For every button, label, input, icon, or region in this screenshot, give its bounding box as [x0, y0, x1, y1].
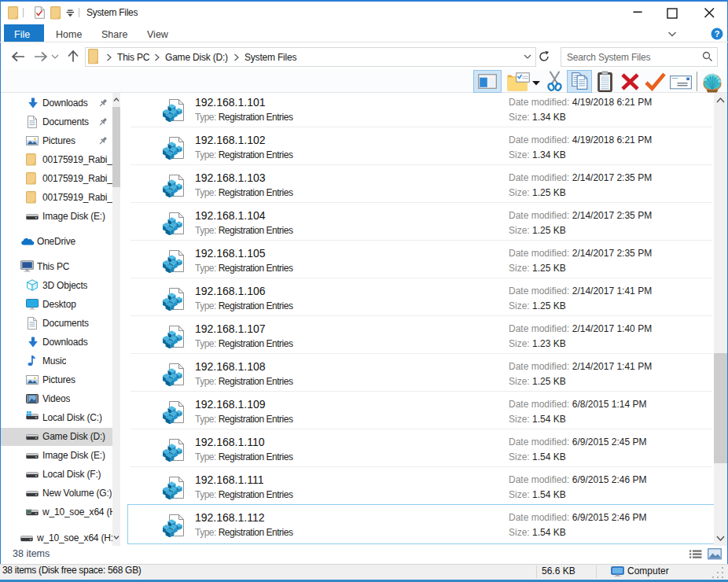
svg-text:?: ?: [715, 29, 720, 39]
